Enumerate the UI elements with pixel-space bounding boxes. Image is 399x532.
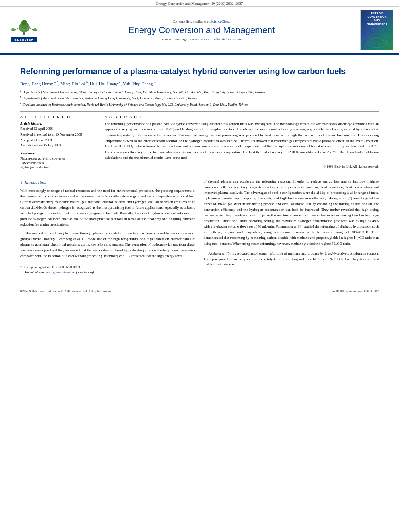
journal-citation: Energy Conversion and Management 50 (200…	[0, 0, 399, 7]
cover-image-section: ENERGY Conversion and Management	[359, 10, 395, 50]
article-info-title: A R T I C L E I N F O	[20, 115, 97, 119]
article-title: Reforming performance of a plasma-cataly…	[20, 66, 379, 76]
doi-text: doi:10.1016/j.enconman.2009.06.013	[331, 290, 379, 293]
bottom-bar: 0196-8904/$ – see front matter © 2009 El…	[0, 288, 399, 295]
revised-date: Received in revised form 19 November 200…	[20, 132, 97, 137]
elsevier-tree-logo	[8, 18, 40, 36]
intro-heading: 1. Introduction	[20, 179, 195, 186]
svg-point-3	[21, 20, 27, 25]
abstract-text: The reforming performance of a plasma-ca…	[105, 121, 379, 161]
journal-title-section: Contents lists available at ScienceDirec…	[48, 10, 355, 50]
intro-heading-num: 1.	[20, 180, 23, 185]
keyword-3: Hydrogen production	[20, 165, 97, 169]
ref-5-link[interactable]: 5	[228, 251, 230, 255]
copyright-notice: © 2009 Elsevier Ltd. All rights reserved…	[105, 164, 379, 168]
cover-decoration	[361, 26, 393, 50]
abstract-section: A B S T R A C T The reforming performanc…	[105, 115, 379, 169]
affiliation-c: c Graduate Institute of Business Adminis…	[20, 102, 379, 107]
keyword-1: Plasma-catalyst hybrid converter	[20, 156, 97, 160]
journal-header: ELSEVIER Contents lists available at Sci…	[0, 7, 399, 55]
divider-1	[20, 111, 379, 112]
journal-homepage: journal homepage: www.elsevier.com/locat…	[161, 37, 241, 41]
intro-heading-text: Introduction	[25, 180, 47, 185]
elsevier-logo: ELSEVIER	[8, 18, 40, 42]
article-info-abstract: A R T I C L E I N F O Article history: R…	[20, 115, 379, 170]
body-two-col: 1. Introduction With increasingly shorta…	[20, 179, 379, 275]
corresponding-author: * Corresponding author. Fax: +886 6 2050…	[20, 265, 195, 269]
affiliation-b: b Department of Aeronautics and Astronau…	[20, 95, 379, 101]
keyword-2: Low carbon fuels	[20, 161, 97, 165]
keywords-label: Keywords:	[20, 151, 97, 155]
authors-line: Rong–Fang Horng a,*, Ming–Pin Lai b, Hui…	[20, 80, 379, 86]
svg-point-7	[33, 28, 37, 31]
right-para2: Ayabe et al. [5] investigated autotherma…	[204, 251, 379, 268]
affiliation-a: a Department of Mechanical Engineering, …	[20, 89, 379, 95]
sciencedirect-line: Contents lists available at ScienceDirec…	[173, 19, 231, 23]
right-para1: of thermal plasma can accelerate the ref…	[204, 179, 379, 247]
issn-text: 0196-8904/$ – see front matter © 2009 El…	[20, 290, 113, 293]
cover-title-text: ENERGY Conversion and Management	[367, 12, 387, 26]
abstract-title: A B S T R A C T	[105, 115, 379, 119]
journal-cover: ENERGY Conversion and Management	[360, 10, 393, 50]
ref-1-link[interactable]: 1	[83, 237, 85, 241]
abstract-column: A B S T R A C T The reforming performanc…	[105, 115, 379, 170]
intro-para1: With increasingly shortage of natural re…	[20, 188, 195, 228]
keywords-section: Keywords: Plasma-catalyst hybrid convert…	[20, 151, 97, 169]
article-info-box: A R T I C L E I N F O Article history: R…	[20, 115, 97, 170]
footnotes: * Corresponding author. Fax: +886 6 2050…	[20, 263, 195, 275]
main-content: Reforming performance of a plasma-cataly…	[0, 55, 399, 283]
elsevier-tree-svg	[10, 19, 38, 35]
available-date: Available online 15 July 2009	[20, 143, 97, 148]
body-right-col: of thermal plasma can accelerate the ref…	[204, 179, 379, 275]
email-line: E-mail address: horn.rf@msa.hinet.net (R…	[20, 270, 195, 275]
affiliations: a Department of Mechanical Engineering, …	[20, 89, 379, 107]
body-content: 1. Introduction With increasingly shorta…	[20, 175, 379, 275]
intro-para2: The method of producing hydrogen through…	[20, 231, 195, 259]
elsevier-label: ELSEVIER	[11, 37, 37, 42]
sciencedirect-link[interactable]: ScienceDirect	[210, 19, 230, 23]
received-date: Received 12 April 2008	[20, 127, 97, 131]
citation-text: Energy Conversion and Management 50 (200…	[156, 2, 243, 6]
article-info-column: A R T I C L E I N F O Article history: R…	[20, 115, 97, 170]
ref-2-link[interactable]: 2	[129, 254, 131, 258]
accepted-date: Accepted 21 June 2009	[20, 138, 97, 143]
body-left-col: 1. Introduction With increasingly shorta…	[20, 179, 195, 275]
elsevier-logo-section: ELSEVIER	[4, 10, 44, 50]
article-history-label: Article history:	[20, 121, 97, 125]
journal-title: Energy Conversion and Management	[128, 25, 275, 35]
svg-point-6	[11, 28, 15, 31]
ref-3-link[interactable]: 3	[349, 196, 351, 200]
ref-4-link[interactable]: 4	[300, 224, 302, 228]
